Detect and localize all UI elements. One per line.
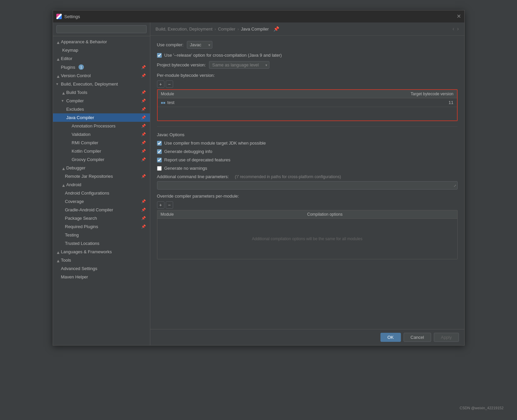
- sidebar-item-label: Trusted Locations: [65, 241, 100, 246]
- sidebar-item-annotation[interactable]: Annotation Processors 📌: [53, 122, 150, 130]
- deprecated-label: Report use of deprecated features: [164, 157, 230, 162]
- expand-icon[interactable]: ⤢: [454, 183, 456, 187]
- sidebar-item-advanced[interactable]: Advanced Settings: [53, 264, 150, 273]
- pin-icon: 📌: [141, 73, 146, 78]
- sidebar-item-remote-jar[interactable]: Remote Jar Repositories 📌: [53, 172, 150, 180]
- sidebar-item-kotlin[interactable]: Kotlin Compiler 📌: [53, 147, 150, 155]
- release-checkbox-label: Use '--release' option for cross-compila…: [164, 53, 282, 58]
- window-title: Settings: [64, 14, 80, 19]
- cancel-button[interactable]: Cancel: [404, 333, 431, 342]
- sidebar-item-gradle-android[interactable]: Gradle-Android Compiler 📌: [53, 206, 150, 214]
- sidebar-item-validation[interactable]: Validation 📌: [53, 130, 150, 139]
- sidebar-item-debugger[interactable]: ▶ Debugger: [53, 164, 150, 172]
- module-jdk-checkbox[interactable]: [157, 141, 162, 146]
- sidebar-item-label: Languages & Frameworks: [61, 249, 112, 254]
- bytecode-select[interactable]: Same as language level: [209, 61, 269, 69]
- sidebar-item-label: Android Configurations: [65, 191, 109, 196]
- sidebar-item-label: RMI Compiler: [72, 140, 98, 145]
- remove-override-button[interactable]: −: [166, 201, 173, 209]
- sidebar-item-android[interactable]: ▶ Android: [53, 180, 150, 189]
- arrow-icon: ▶: [56, 250, 59, 254]
- module-jdk-checkbox-row: Use compiler from module target JDK when…: [157, 141, 458, 146]
- compiler-select-wrapper: Javac Eclipse Ajc: [187, 41, 212, 49]
- sidebar-list: ▶ Appearance & Behavior Keymap ▶ Editor …: [53, 36, 150, 345]
- pin-icon: 📌: [141, 208, 146, 212]
- arrow-icon: ▼: [56, 82, 60, 86]
- watermark: CSDN @weixin_42219152: [460, 406, 504, 410]
- add-override-button[interactable]: +: [157, 201, 164, 209]
- sidebar-item-trusted-locations[interactable]: Trusted Locations: [53, 239, 150, 248]
- sidebar-item-rmi[interactable]: RMI Compiler 📌: [53, 139, 150, 147]
- titlebar: Settings ✕: [53, 10, 464, 22]
- separator-1: [157, 126, 458, 127]
- sidebar-item-coverage[interactable]: Coverage 📌: [53, 197, 150, 206]
- table-empty-area: [158, 107, 457, 120]
- remove-module-button[interactable]: −: [166, 81, 173, 88]
- add-module-button[interactable]: +: [157, 81, 164, 88]
- override-table: Module Compilation options Additional co…: [157, 210, 458, 259]
- module-name: test: [167, 100, 400, 105]
- sidebar-item-label: Appearance & Behavior: [61, 39, 107, 44]
- debug-checkbox[interactable]: [157, 149, 162, 154]
- sidebar-item-editor[interactable]: ▶ Editor: [53, 54, 150, 63]
- additional-input-wrapper: ⤢: [157, 181, 458, 190]
- table-row[interactable]: ■■ test 11: [158, 98, 457, 107]
- pin-icon: 📌: [141, 115, 146, 120]
- apply-button[interactable]: Apply: [434, 333, 459, 342]
- arrow-icon: ▼: [61, 99, 65, 103]
- sidebar-item-excludes[interactable]: Excludes 📌: [53, 105, 150, 113]
- sidebar-item-required-plugins[interactable]: Required Plugins 📌: [53, 222, 150, 231]
- module-table: Module Target bytecode version ■■ test 1…: [157, 89, 458, 121]
- sidebar-item-label: Tools: [61, 258, 71, 263]
- sidebar-item-java-compiler[interactable]: Java Compiler 📌: [53, 113, 150, 122]
- sidebar-item-compiler[interactable]: ▼ Compiler 📌: [53, 97, 150, 105]
- pin-icon: 📌: [141, 90, 146, 95]
- sidebar-item-label: Required Plugins: [65, 224, 98, 229]
- sidebar-item-maven-helper[interactable]: Maven Helper: [53, 273, 150, 281]
- sidebar-item-package-search[interactable]: Package Search 📌: [53, 214, 150, 222]
- sidebar-item-groovy[interactable]: Groovy Compiler 📌: [53, 155, 150, 164]
- sidebar-item-label: Validation: [72, 132, 91, 137]
- release-checkbox[interactable]: [157, 53, 162, 58]
- sidebar-item-testing[interactable]: Testing: [53, 231, 150, 239]
- content-area: ▶ Appearance & Behavior Keymap ▶ Editor …: [53, 22, 464, 345]
- sidebar-item-label: Annotation Processors: [72, 123, 116, 128]
- nav-forward-arrow[interactable]: ›: [457, 26, 459, 32]
- pin-icon: 📌: [141, 65, 146, 69]
- col-module-header: Module: [161, 92, 400, 96]
- module-icon: ■■: [161, 101, 165, 105]
- sidebar-item-label: Java Compiler: [66, 115, 94, 120]
- sidebar-item-plugins[interactable]: Plugins 1 📌: [53, 63, 150, 71]
- pin-icon: 📌: [141, 124, 146, 128]
- sidebar-item-build-tools[interactable]: ▶ Build Tools 📌: [53, 88, 150, 97]
- pin-icon: 📌: [141, 132, 146, 137]
- no-warnings-checkbox[interactable]: [157, 166, 162, 171]
- debug-checkbox-row: Generate debugging info: [157, 149, 458, 154]
- search-input[interactable]: [56, 25, 147, 33]
- main-content: Use compiler: Javac Eclipse Ajc Use '--r…: [150, 36, 464, 329]
- pin-icon: 📌: [141, 174, 146, 178]
- sidebar-item-android-configs[interactable]: Android Configurations: [53, 189, 150, 197]
- arrow-icon: ▶: [56, 57, 59, 61]
- footer: OK Cancel Apply: [150, 329, 464, 345]
- sidebar-item-label: Keymap: [62, 48, 79, 53]
- sidebar-item-keymap[interactable]: Keymap: [53, 46, 150, 54]
- release-checkbox-row: Use '--release' option for cross-compila…: [157, 53, 458, 58]
- sidebar-item-label: Package Search: [65, 216, 97, 221]
- close-button[interactable]: ✕: [457, 14, 461, 19]
- deprecated-checkbox[interactable]: [157, 158, 162, 162]
- additional-input[interactable]: [157, 181, 458, 190]
- sidebar-item-tools[interactable]: ▶ Tools: [53, 256, 150, 264]
- sidebar-item-languages[interactable]: ▶ Languages & Frameworks: [53, 248, 150, 256]
- compiler-select[interactable]: Javac Eclipse Ajc: [187, 41, 212, 49]
- pin-icon: 📌: [141, 216, 146, 220]
- breadcrumb-part-3: Java Compiler: [241, 27, 269, 32]
- pin-icon: 📌: [141, 157, 146, 162]
- sidebar-item-build-execution[interactable]: ▼ Build, Execution, Deployment: [53, 80, 150, 88]
- sidebar-item-label: Plugins: [61, 65, 75, 70]
- sidebar-item-label: Gradle-Android Compiler: [65, 207, 113, 212]
- ok-button[interactable]: OK: [380, 333, 401, 342]
- sidebar-item-appearance[interactable]: ▶ Appearance & Behavior: [53, 38, 150, 46]
- sidebar-item-version-control[interactable]: ▶ Version Control 📌: [53, 71, 150, 80]
- nav-back-arrow[interactable]: ‹: [453, 26, 454, 32]
